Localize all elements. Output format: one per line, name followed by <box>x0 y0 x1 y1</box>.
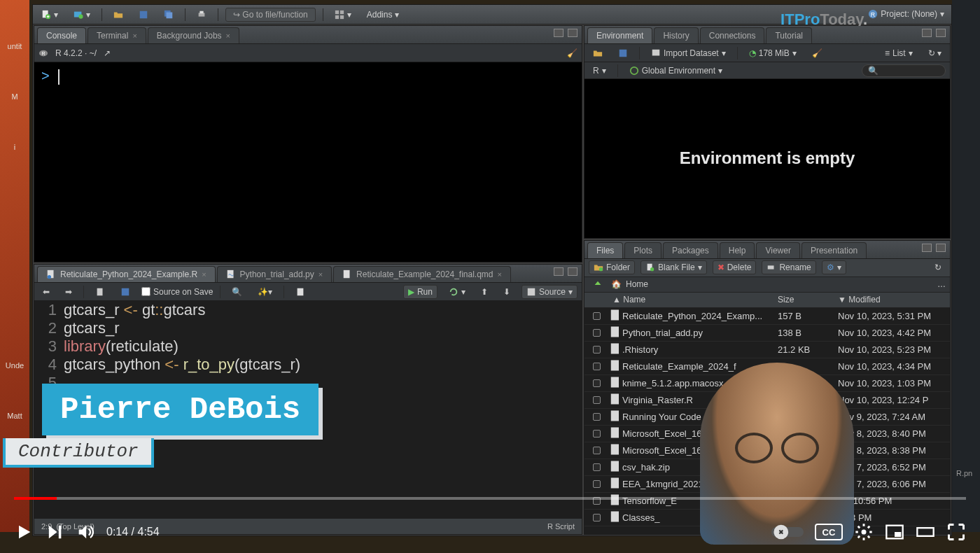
file-checkbox[interactable] <box>593 396 601 404</box>
minimize-pane-icon[interactable] <box>554 29 564 37</box>
broom-button[interactable]: 🧹 <box>808 47 827 59</box>
file-checkbox[interactable] <box>593 379 601 387</box>
tab-file-3[interactable]: Reticulate_Example_2024_final.qmd× <box>333 266 511 282</box>
tab-environment[interactable]: Environment <box>587 27 652 43</box>
minimize-pane-icon[interactable] <box>922 29 932 37</box>
tab-files[interactable]: Files <box>587 242 623 258</box>
code-line[interactable]: gtcars_r <- gt::gtcars <box>64 301 205 319</box>
theater-button[interactable] <box>916 522 935 542</box>
popout-icon[interactable]: ↗ <box>104 48 111 58</box>
save-button[interactable] <box>134 8 153 21</box>
file-name[interactable]: .Rhistory <box>622 344 778 355</box>
tab-file-1[interactable]: Reticulate_Python_2024_Example.R× <box>37 266 216 282</box>
col-size[interactable]: Size <box>778 295 838 304</box>
file-checkbox[interactable] <box>593 447 601 454</box>
broom-icon[interactable]: 🧹 <box>567 48 578 58</box>
file-checkbox[interactable] <box>593 312 601 320</box>
tab-help[interactable]: Help <box>720 242 755 258</box>
scope-r-button[interactable]: R ▾ <box>589 64 610 77</box>
tab-console[interactable]: Console <box>37 27 86 43</box>
file-name[interactable]: Python_trial_add.py <box>622 328 778 338</box>
more-path-button[interactable]: … <box>937 279 946 289</box>
maximize-pane-icon[interactable] <box>936 244 946 252</box>
rename-button[interactable]: Rename <box>762 260 816 274</box>
captions-button[interactable]: CC <box>815 524 843 540</box>
maximize-pane-icon[interactable] <box>568 267 578 276</box>
code-line[interactable]: gtcars_python <- r_to_py(gtcars_r) <box>64 356 300 374</box>
load-workspace-button[interactable] <box>589 47 607 59</box>
file-checkbox[interactable] <box>593 430 601 438</box>
new-project-button[interactable]: ▾ <box>69 8 94 21</box>
more-button[interactable]: ⚙▾ <box>822 260 846 274</box>
refresh-button[interactable]: ↻ ▾ <box>924 47 946 59</box>
col-modified[interactable]: Modified <box>848 295 880 304</box>
miniplayer-button[interactable] <box>885 522 904 542</box>
tab-terminal[interactable]: Terminal× <box>88 27 146 43</box>
open-button[interactable] <box>109 8 127 21</box>
home-icon[interactable]: 🏠 <box>611 279 622 289</box>
file-checkbox[interactable] <box>593 363 601 370</box>
source-button[interactable]: Source ▾ <box>522 285 578 299</box>
file-checkbox[interactable] <box>593 480 601 488</box>
memory-button[interactable]: ◔ 178 MiB ▾ <box>745 47 801 59</box>
fullscreen-button[interactable] <box>946 522 966 542</box>
file-checkbox[interactable] <box>593 329 601 337</box>
tab-connections[interactable]: Connections <box>700 27 765 43</box>
up-dir-button[interactable] <box>589 278 607 290</box>
save-workspace-button[interactable] <box>614 47 632 59</box>
wand-button[interactable]: ✨▾ <box>253 286 276 298</box>
file-row[interactable]: Python_trial_add.py138 BNov 10, 2023, 4:… <box>584 325 950 342</box>
tab-background-jobs[interactable]: Background Jobs× <box>148 27 239 43</box>
save-current-button[interactable] <box>116 286 134 298</box>
file-checkbox[interactable] <box>593 463 601 471</box>
source-on-save-toggle[interactable]: Source on Save <box>141 287 213 297</box>
global-env-button[interactable]: Global Environment ▾ <box>625 64 727 77</box>
play-button[interactable] <box>14 522 34 542</box>
volume-button[interactable] <box>76 522 95 542</box>
file-name[interactable]: Reticulate_Python_2024_Examp... <box>622 311 778 321</box>
console-body[interactable]: > <box>34 62 582 262</box>
print-button[interactable] <box>192 8 211 21</box>
settings-button[interactable] <box>854 522 874 542</box>
maximize-pane-icon[interactable] <box>568 29 578 37</box>
delete-button[interactable]: ✖Delete <box>713 260 757 274</box>
home-label[interactable]: Home <box>626 279 648 289</box>
tab-plots[interactable]: Plots <box>624 242 662 258</box>
new-file-button[interactable]: ▾ <box>37 8 62 21</box>
up-button[interactable]: ⬆ <box>477 286 492 298</box>
maximize-pane-icon[interactable] <box>936 29 946 37</box>
tab-history[interactable]: History <box>654 27 698 43</box>
tab-presentation[interactable]: Presentation <box>802 242 867 258</box>
autoplay-toggle[interactable] <box>771 522 804 542</box>
col-name[interactable]: Name <box>623 295 645 304</box>
file-checkbox[interactable] <box>593 413 601 421</box>
progress-bar[interactable] <box>14 497 966 500</box>
tab-packages[interactable]: Packages <box>663 242 718 258</box>
next-button[interactable] <box>45 522 64 542</box>
project-menu[interactable]: RProject: (None) ▾ <box>868 9 944 19</box>
show-button[interactable] <box>91 286 109 298</box>
new-folder-button[interactable]: Folder <box>589 260 635 274</box>
compile-button[interactable] <box>291 286 309 298</box>
refresh-files-button[interactable]: ↻ <box>930 261 946 274</box>
env-search-input[interactable]: 🔍 <box>862 64 946 77</box>
goto-file-input[interactable]: ↪ Go to file/function <box>225 8 316 22</box>
minimize-pane-icon[interactable] <box>922 244 932 252</box>
tab-viewer[interactable]: Viewer <box>756 242 799 258</box>
file-checkbox[interactable] <box>593 346 601 354</box>
panes-button[interactable]: ▾ <box>330 8 356 21</box>
minimize-pane-icon[interactable] <box>554 267 564 276</box>
rerun-button[interactable]: ▾ <box>444 286 470 298</box>
forward-button[interactable]: ➡ <box>61 286 76 298</box>
down-button[interactable]: ⬇ <box>499 286 514 298</box>
import-dataset-button[interactable]: Import Dataset ▾ <box>647 47 730 59</box>
code-line[interactable]: gtcars_r <box>64 319 119 337</box>
view-mode-button[interactable]: ≡ List ▾ <box>881 47 917 59</box>
save-all-button[interactable] <box>160 8 178 21</box>
tab-tutorial[interactable]: Tutorial <box>766 27 812 43</box>
code-line[interactable]: library(reticulate) <box>64 337 178 356</box>
file-row[interactable]: Reticulate_Python_2024_Examp...157 BNov … <box>584 308 950 325</box>
back-button[interactable]: ⬅ <box>38 286 54 298</box>
addins-button[interactable]: Addins ▾ <box>363 8 404 21</box>
find-button[interactable]: 🔍 <box>227 286 246 298</box>
